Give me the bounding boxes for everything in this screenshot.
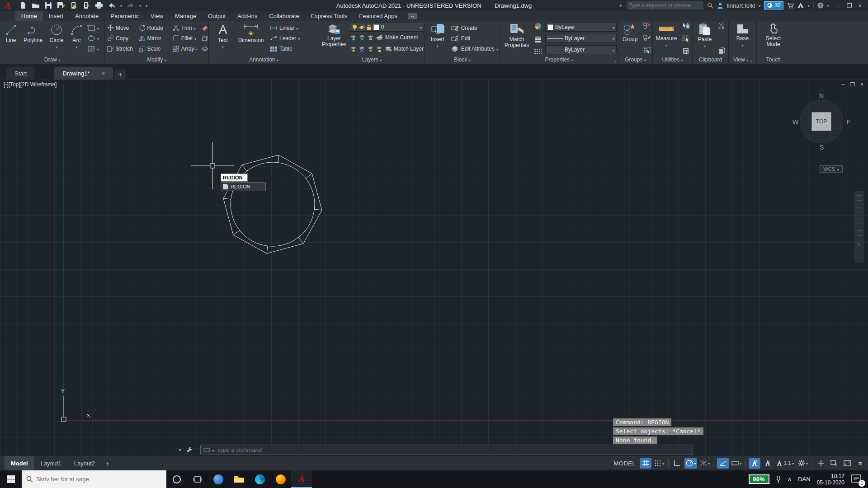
ellipse-button[interactable] <box>87 33 104 43</box>
autodesk-dropdown-icon[interactable] <box>807 2 809 9</box>
clean-screen-button[interactable] <box>841 458 853 469</box>
lineweight-dropdown-icon[interactable] <box>613 35 614 42</box>
select-mode-button[interactable]: Select Mode <box>760 22 787 56</box>
file-tab-drawing1[interactable]: Drawing1* <box>54 67 113 80</box>
group-button[interactable]: Group <box>620 22 640 56</box>
isodraft-dropdown-icon[interactable] <box>708 460 710 466</box>
layer-combo-dropdown-icon[interactable] <box>420 24 422 30</box>
text-button[interactable]: A Text <box>213 22 232 56</box>
color-dropdown-icon[interactable] <box>613 24 614 30</box>
polar-tracking-toggle[interactable] <box>684 458 697 469</box>
trim-dropdown-icon[interactable] <box>193 25 195 31</box>
tab-collaborate[interactable]: Collaborate <box>263 11 305 21</box>
battery-indicator[interactable]: 96% <box>749 474 769 484</box>
erase-button[interactable] <box>202 23 208 33</box>
tab-model[interactable]: Model <box>5 456 34 471</box>
ellipse-dropdown-icon[interactable] <box>97 35 99 42</box>
keyword-search[interactable] <box>627 1 703 9</box>
group-edit-icon[interactable] <box>643 35 651 41</box>
close-button[interactable]: × <box>858 2 862 9</box>
base-button[interactable]: Base <box>731 22 754 56</box>
measure-button[interactable]: Measure <box>655 22 678 56</box>
circle-button[interactable]: Circle <box>47 22 66 56</box>
leader-button[interactable]: Leader <box>269 33 313 43</box>
rectangle-button[interactable] <box>87 23 104 33</box>
tab-insert[interactable]: Insert <box>43 11 70 21</box>
model-space-indicator[interactable]: MODEL <box>613 460 636 467</box>
tab-output[interactable]: Output <box>202 11 231 21</box>
autocad-taskbar-button[interactable]: A <box>291 470 312 488</box>
block-edit-button[interactable]: Edit <box>451 33 500 43</box>
dynamic-input-dropdown-icon[interactable] <box>740 460 741 466</box>
make-current-button[interactable]: Make Current <box>350 32 424 43</box>
match-layer-button[interactable]: Match Layer <box>350 43 424 54</box>
arc-button[interactable]: Arc <box>69 22 84 56</box>
polyline-button[interactable]: Polyline <box>22 22 44 56</box>
insert-button[interactable]: Insert <box>428 22 448 56</box>
measure-dropdown-icon[interactable] <box>665 42 667 48</box>
search-expand-icon[interactable]: ► <box>619 3 623 8</box>
edge-button[interactable] <box>250 470 270 488</box>
color-wheel-icon[interactable] <box>534 23 542 30</box>
grid-toggle[interactable] <box>640 458 651 469</box>
quick-select-icon[interactable] <box>682 23 690 29</box>
dynamic-input-toggle[interactable] <box>730 458 743 469</box>
ungroup-icon[interactable] <box>643 23 651 29</box>
paste-dropdown-icon[interactable] <box>704 42 706 49</box>
tab-home[interactable]: Home <box>15 11 43 21</box>
clock[interactable]: 18:17 05-10-2020 <box>817 473 844 486</box>
linetype-combo[interactable]: ByLayer <box>545 45 617 54</box>
autoscale-toggle[interactable] <box>762 458 774 469</box>
nav-pan-icon[interactable] <box>857 207 862 212</box>
trim-button[interactable]: Trim <box>173 23 202 33</box>
tab-featured-apps[interactable]: Featured Apps <box>353 11 403 21</box>
tray-plus-button[interactable] <box>815 458 827 469</box>
view-launcher-icon[interactable]: ⌟ <box>750 57 752 62</box>
edit-attributes-dropdown-icon[interactable] <box>496 46 498 52</box>
ortho-toggle[interactable] <box>671 458 683 469</box>
panel-label-layers[interactable]: Layers <box>319 56 425 63</box>
panel-label-modify[interactable]: Modify <box>105 56 208 63</box>
signed-in-user[interactable]: linnart.felkl <box>727 2 755 9</box>
nav-wheel-icon[interactable] <box>857 195 862 201</box>
trial-badge[interactable]: 30 <box>764 1 783 9</box>
layer-select-combo[interactable]: 0 <box>350 23 424 32</box>
tray-expand-chevron[interactable]: ∧ <box>788 476 792 483</box>
file-tab-start[interactable]: Start <box>6 67 35 80</box>
tab-layout1[interactable]: Layout1 <box>34 456 68 471</box>
viewcube-west[interactable]: W <box>793 118 798 126</box>
linetype-dropdown-icon[interactable] <box>613 47 614 53</box>
cart-icon[interactable] <box>787 3 794 9</box>
annotation-scale-value[interactable]: 1:1 <box>783 460 791 466</box>
arc-dropdown-icon[interactable] <box>75 43 77 50</box>
dimension-button[interactable]: Dimension <box>236 22 266 56</box>
stretch-button[interactable]: Stretch <box>107 44 139 54</box>
snap-dropdown-icon[interactable] <box>662 460 664 466</box>
match-properties-button[interactable]: Match Properties <box>503 22 531 56</box>
nav-zoom-icon[interactable] <box>857 219 862 224</box>
object-snap-tracking-toggle[interactable] <box>717 458 729 469</box>
polar-dropdown-icon[interactable] <box>694 460 696 466</box>
undo-icon[interactable] <box>108 2 116 9</box>
navigation-bar[interactable]: ▸ <box>854 191 864 263</box>
taskbar-app-1[interactable] <box>208 470 229 488</box>
user-dropdown-icon[interactable] <box>759 2 760 9</box>
drawing-canvas[interactable]: [-][Top][2D Wireframe] – ❐ × <box>0 80 868 456</box>
mirror-button[interactable]: Mirror <box>139 33 173 43</box>
new-layout-button[interactable]: + <box>101 460 114 467</box>
annotation-scale-button[interactable]: 1:1 <box>775 458 795 469</box>
viewcube-east[interactable]: E <box>847 118 851 126</box>
isolate-objects-button[interactable] <box>828 458 840 469</box>
restore-button[interactable]: ❐ <box>847 2 852 9</box>
nav-orbit-icon[interactable] <box>857 230 862 236</box>
taskbar-search[interactable] <box>22 470 166 488</box>
paste-button[interactable]: Paste <box>695 22 714 56</box>
new-file-icon[interactable] <box>19 2 27 9</box>
tab-addins[interactable]: Add-ins <box>231 11 263 21</box>
panel-label-annotation[interactable]: Annotation <box>209 56 319 63</box>
text-dropdown-icon[interactable] <box>222 43 224 50</box>
circle-dropdown-icon[interactable] <box>56 43 57 50</box>
close-tab-icon[interactable] <box>101 70 105 77</box>
nav-expand-icon[interactable]: ▸ <box>859 242 861 247</box>
minimize-button[interactable]: – <box>837 2 840 9</box>
